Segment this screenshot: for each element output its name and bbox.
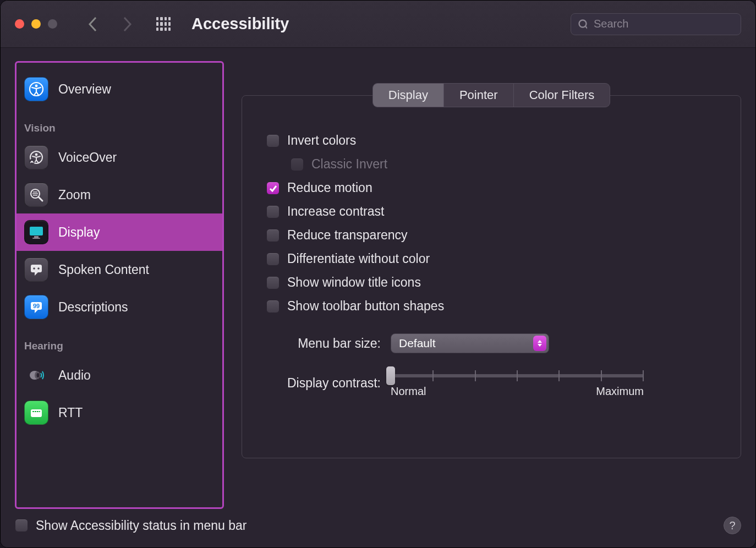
tab-pointer[interactable]: Pointer bbox=[444, 84, 514, 107]
select-value: Default bbox=[399, 337, 436, 350]
option-show-toolbar-button-shapes: Show toolbar button shapes bbox=[266, 294, 716, 318]
option-label: Classic Invert bbox=[311, 157, 387, 172]
svg-point-3 bbox=[35, 85, 38, 87]
sidebar-item-overview[interactable]: Overview bbox=[17, 70, 222, 108]
svg-rect-14 bbox=[32, 238, 40, 239]
search-icon bbox=[578, 19, 587, 30]
option-label: Show window title icons bbox=[287, 275, 421, 290]
sidebar-item-rtt[interactable]: RTT bbox=[17, 394, 222, 431]
sidebar-item-label: RTT bbox=[58, 405, 83, 420]
tab-color-filters[interactable]: Color Filters bbox=[514, 84, 610, 107]
checkbox-show-accessibility-status[interactable] bbox=[15, 519, 28, 532]
option-reduce-motion: Reduce motion bbox=[266, 176, 716, 200]
display-icon bbox=[24, 220, 48, 244]
accessibility-window: Accessibility Overview Vision VoiceOver bbox=[0, 0, 756, 548]
svg-rect-24 bbox=[32, 411, 34, 412]
slider-max-label: Maximum bbox=[596, 385, 644, 398]
option-label: Reduce motion bbox=[287, 180, 372, 195]
window-title: Accessibility bbox=[191, 15, 289, 33]
search-input[interactable] bbox=[593, 17, 734, 31]
sidebar-item-voiceover[interactable]: VoiceOver bbox=[17, 139, 222, 176]
toolbar: Accessibility bbox=[1, 1, 755, 48]
zoom-icon bbox=[24, 183, 48, 207]
close-window-button[interactable] bbox=[15, 19, 24, 29]
accessibility-icon bbox=[24, 77, 48, 101]
sidebar-item-label: Display bbox=[58, 225, 100, 240]
option-invert-colors: Invert colors bbox=[266, 129, 716, 152]
option-label: Increase contrast bbox=[287, 204, 384, 219]
checkbox-show-toolbar-button-shapes[interactable] bbox=[266, 300, 280, 313]
sidebar-item-audio[interactable]: Audio bbox=[17, 357, 222, 394]
option-label: Show toolbar button shapes bbox=[287, 299, 444, 314]
checkbox-invert-colors[interactable] bbox=[266, 134, 280, 147]
show-all-prefs-button[interactable] bbox=[156, 17, 171, 31]
checkbox-show-window-title-icons[interactable] bbox=[266, 276, 280, 289]
footer-label: Show Accessibility status in menu bar bbox=[36, 518, 247, 533]
sidebar-item-spoken-content[interactable]: Spoken Content bbox=[17, 251, 222, 288]
slider-ticks bbox=[391, 370, 644, 381]
option-label: Invert colors bbox=[287, 133, 356, 148]
checkbox-reduce-motion[interactable] bbox=[266, 182, 280, 195]
sidebar: Overview Vision VoiceOver Zoom Displa bbox=[15, 61, 224, 509]
svg-rect-12 bbox=[30, 227, 43, 235]
menu-bar-size-select[interactable]: Default bbox=[391, 333, 549, 353]
section-header-hearing: Hearing bbox=[17, 326, 222, 357]
checkbox-reduce-transparency[interactable] bbox=[266, 229, 280, 242]
svg-rect-26 bbox=[37, 411, 39, 412]
option-label: Differentiate without color bbox=[287, 251, 430, 266]
traffic-lights bbox=[15, 19, 57, 29]
sidebar-item-zoom[interactable]: Zoom bbox=[17, 176, 222, 213]
audio-icon bbox=[24, 363, 48, 387]
fullscreen-window-button bbox=[48, 19, 57, 29]
slider-min-label: Normal bbox=[391, 385, 426, 398]
display-contrast-row: Display contrast: Normal Maximum bbox=[266, 369, 716, 398]
sidebar-item-label: Descriptions bbox=[58, 300, 128, 315]
sidebar-item-label: Spoken Content bbox=[58, 262, 149, 277]
rtt-icon bbox=[24, 401, 48, 425]
option-show-window-title-icons: Show window title icons bbox=[266, 271, 716, 294]
forward-button bbox=[122, 17, 132, 32]
svg-rect-15 bbox=[31, 265, 42, 272]
menu-bar-size-row: Menu bar size: Default bbox=[266, 333, 716, 353]
svg-point-22 bbox=[37, 373, 40, 377]
sidebar-item-display[interactable]: Display bbox=[17, 213, 222, 251]
voiceover-icon bbox=[24, 145, 48, 169]
spoken-content-icon bbox=[24, 257, 48, 282]
footer: Show Accessibility status in menu bar ? bbox=[1, 509, 755, 547]
section-header-vision: Vision bbox=[17, 108, 222, 139]
svg-point-5 bbox=[35, 154, 38, 156]
option-increase-contrast: Increase contrast bbox=[266, 200, 716, 223]
back-button[interactable] bbox=[88, 17, 98, 32]
display-contrast-slider[interactable] bbox=[391, 374, 644, 377]
svg-text:99: 99 bbox=[33, 303, 40, 309]
checkbox-increase-contrast[interactable] bbox=[266, 205, 280, 218]
display-contrast-label: Display contrast: bbox=[266, 376, 381, 391]
nav-arrows bbox=[88, 17, 132, 32]
option-classic-invert: Classic Invert bbox=[291, 152, 716, 176]
svg-line-1 bbox=[585, 26, 587, 29]
help-button[interactable]: ? bbox=[724, 517, 741, 534]
select-stepper-icon bbox=[533, 336, 546, 351]
sidebar-item-label: VoiceOver bbox=[58, 150, 117, 165]
body: Overview Vision VoiceOver Zoom Displa bbox=[1, 48, 755, 509]
minimize-window-button[interactable] bbox=[31, 19, 41, 29]
main-content: Display Pointer Color Filters Invert col… bbox=[242, 61, 741, 509]
descriptions-icon: 99 bbox=[24, 295, 48, 319]
segmented-control: Display Pointer Color Filters bbox=[372, 83, 610, 107]
option-label: Reduce transparency bbox=[287, 228, 408, 243]
checkbox-classic-invert bbox=[291, 158, 304, 171]
checkbox-differentiate-without-color[interactable] bbox=[266, 253, 280, 266]
search-field[interactable] bbox=[571, 13, 741, 35]
sidebar-item-descriptions[interactable]: 99 Descriptions bbox=[17, 288, 222, 326]
display-panel: Invert colors Classic Invert Reduce moti… bbox=[242, 95, 741, 458]
tab-display[interactable]: Display bbox=[373, 84, 444, 107]
svg-point-16 bbox=[33, 267, 35, 270]
svg-rect-23 bbox=[31, 409, 42, 417]
sidebar-item-label: Zoom bbox=[58, 188, 91, 202]
svg-rect-27 bbox=[39, 411, 40, 412]
option-differentiate-without-color: Differentiate without color bbox=[266, 247, 716, 271]
slider-thumb[interactable] bbox=[386, 366, 395, 385]
svg-rect-13 bbox=[34, 236, 39, 238]
slider-labels: Normal Maximum bbox=[391, 385, 644, 398]
sidebar-item-label: Audio bbox=[58, 368, 91, 383]
